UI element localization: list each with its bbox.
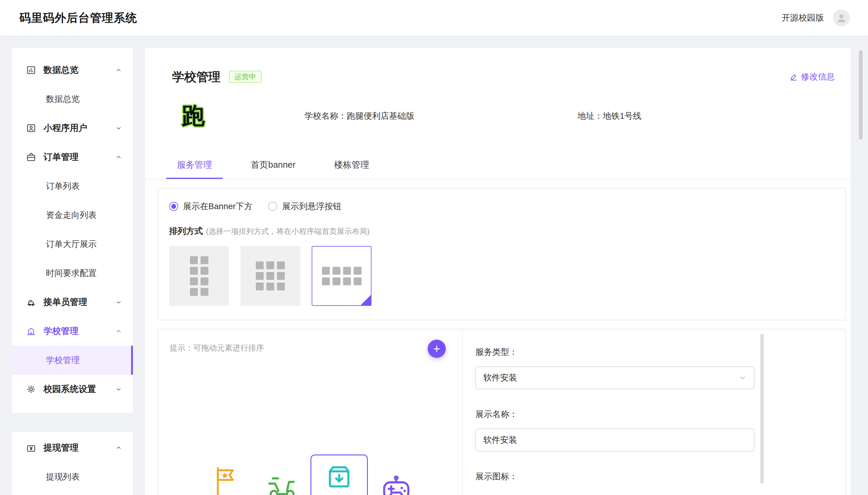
- chevron-up-icon: [116, 445, 122, 451]
- add-service-button[interactable]: +: [428, 340, 446, 358]
- radio-label[interactable]: 展示在Banner下方: [183, 201, 252, 212]
- top-header: 码里码外后台管理系统 开源校园版: [0, 0, 868, 36]
- radio-group-banner-below[interactable]: 展示在Banner下方: [169, 201, 252, 212]
- tab-home-banner[interactable]: 首页banner: [240, 159, 306, 179]
- sidebar-item-label: 学校管理: [43, 325, 116, 337]
- box-download-icon: [325, 463, 353, 491]
- sidebar-item-label: 小程序用户: [43, 122, 116, 134]
- content-area: 数据总览 数据总览 小程序用户 订单管理 订单列表: [0, 36, 868, 495]
- sidebar-item-data-overview[interactable]: 数据总览: [12, 56, 133, 85]
- person-icon: [835, 12, 848, 24]
- layout-options: [169, 246, 845, 306]
- main-panel: 学校管理 运营中 修改信息 跑 学校名称：跑腿便利店基础版 地址：地铁1号线 服…: [145, 48, 850, 495]
- arrange-mode-label: 排列方式: [169, 225, 203, 237]
- sidebar-item-withdraw-management[interactable]: 提现管理: [12, 433, 133, 462]
- delivery-truck-icon: [26, 297, 36, 307]
- sidebar-item-data-overview-sub[interactable]: 数据总览: [12, 85, 133, 114]
- miniprogram-users-icon: [26, 123, 36, 133]
- service-sort-panel: 提示：可拖动元素进行排序 +: [158, 329, 463, 495]
- sidebar-item-courier-management[interactable]: 接单员管理: [12, 288, 133, 317]
- sidebar-item-order-management[interactable]: 订单管理: [12, 143, 133, 172]
- chevron-down-icon: [116, 386, 122, 393]
- page-header: 学校管理 运营中 修改信息: [172, 48, 846, 85]
- form-scrollbar-thumb[interactable]: [760, 334, 764, 483]
- selected-service-card[interactable]: [311, 455, 368, 495]
- tab-building-management[interactable]: 楼栋管理: [323, 159, 380, 179]
- school-info-row: 跑 学校名称：跑腿便利店基础版 地址：地铁1号线: [179, 102, 846, 131]
- sidebar-item-order-list[interactable]: 订单列表: [12, 172, 133, 201]
- service-type-field: 服务类型： 软件安装: [475, 346, 845, 389]
- sidebar-subitem-label: 订单列表: [46, 181, 80, 192]
- layout-option-2x4[interactable]: [169, 246, 229, 306]
- display-position-radios: 展示在Banner下方 展示到悬浮按钮: [169, 201, 845, 212]
- main-scrollbar-thumb[interactable]: [859, 50, 863, 140]
- sidebar-withdraw-group: 提现管理 提现列表: [12, 432, 133, 495]
- sidebar-item-label: 接单员管理: [43, 296, 116, 308]
- sidebar-item-school-management[interactable]: 学校管理: [12, 317, 133, 346]
- display-name-field: 展示名称：: [475, 409, 845, 451]
- gear-icon: [26, 384, 36, 394]
- service-type-label: 服务类型：: [475, 346, 845, 358]
- service-icon-list: [211, 455, 412, 495]
- flag-star-icon[interactable]: [211, 465, 239, 495]
- chevron-up-icon: [116, 154, 122, 160]
- sidebar-item-school-management-sub[interactable]: 学校管理: [12, 346, 133, 375]
- display-icon-field: 展示图标：: [475, 471, 845, 482]
- edit-info-label: 修改信息: [801, 71, 835, 83]
- sidebar-item-time-requirement-config[interactable]: 时间要求配置: [12, 259, 133, 288]
- radio-label[interactable]: 展示到悬浮按钮: [282, 201, 341, 212]
- chevron-down-icon: [116, 299, 122, 306]
- school-logo: 跑: [179, 102, 208, 131]
- sidebar-item-label: 校园系统设置: [43, 383, 116, 395]
- briefcase-icon: [26, 152, 36, 162]
- chevron-down-icon: [739, 374, 747, 382]
- gamepad-icon[interactable]: [380, 472, 412, 495]
- sidebar-subitem-label: 提现列表: [46, 471, 80, 483]
- sidebar: 数据总览 数据总览 小程序用户 订单管理 订单列表: [12, 48, 133, 495]
- layout-option-3x3[interactable]: [241, 246, 300, 306]
- display-icon-label: 展示图标：: [475, 471, 845, 482]
- sidebar-subitem-label: 资金走向列表: [46, 209, 96, 221]
- tab-service-management[interactable]: 服务管理: [166, 159, 223, 179]
- display-name-input[interactable]: [475, 428, 755, 451]
- sidebar-subitem-label: 时间要求配置: [46, 268, 96, 279]
- display-name-label: 展示名称：: [475, 409, 845, 420]
- chevron-up-icon: [116, 67, 122, 73]
- edit-info-link[interactable]: 修改信息: [790, 71, 835, 83]
- sidebar-item-order-hall-display[interactable]: 订单大厅展示: [12, 230, 133, 259]
- layout-option-4x2-selected[interactable]: [312, 246, 371, 306]
- status-badge: 运营中: [229, 71, 262, 83]
- tab-divider: [145, 179, 850, 180]
- grid-4x2-icon: [322, 267, 361, 285]
- sidebar-subitem-label: 学校管理: [46, 355, 80, 366]
- drag-sort-hint: 提示：可拖动元素进行排序: [170, 343, 264, 353]
- sidebar-item-withdraw-list[interactable]: 提现列表: [12, 462, 133, 491]
- sidebar-item-miniprogram-users[interactable]: 小程序用户: [12, 114, 133, 143]
- radio-selected-icon[interactable]: [169, 202, 178, 211]
- service-type-value: 软件安装: [483, 372, 517, 383]
- radio-group-floating-button[interactable]: 展示到悬浮按钮: [268, 201, 341, 212]
- chevron-up-icon: [116, 328, 122, 335]
- sidebar-main-group: 数据总览 数据总览 小程序用户 订单管理 订单列表: [12, 48, 133, 413]
- service-edit-form: 服务类型： 软件安装 展示名称： 展示图标：: [463, 329, 845, 495]
- chevron-down-icon: [116, 125, 122, 132]
- delivery-scooter-icon[interactable]: [266, 471, 298, 495]
- school-name-text: 学校名称：跑腿便利店基础版: [304, 110, 414, 122]
- user-avatar[interactable]: [833, 10, 850, 26]
- tab-bar: 服务管理 首页banner 楼栋管理: [166, 159, 846, 179]
- sidebar-subitem-label: 数据总览: [46, 93, 80, 105]
- service-type-select[interactable]: 软件安装: [475, 366, 755, 389]
- sidebar-item-label: 订单管理: [43, 151, 116, 163]
- sidebar-item-fund-flow-list[interactable]: 资金走向列表: [12, 201, 133, 230]
- app-title: 码里码外后台管理系统: [19, 10, 137, 26]
- school-address-text: 地址：地铁1号线: [578, 110, 641, 122]
- sidebar-subitem-label: 订单大厅展示: [46, 238, 96, 250]
- radio-unselected-icon[interactable]: [268, 202, 277, 211]
- page-title: 学校管理: [172, 69, 220, 85]
- data-overview-icon: [26, 65, 36, 75]
- school-building-icon: [26, 326, 36, 336]
- sidebar-item-label: 数据总览: [43, 64, 116, 76]
- sidebar-item-campus-system-settings[interactable]: 校园系统设置: [12, 375, 133, 404]
- withdraw-money-icon: [26, 443, 36, 453]
- pencil-icon: [790, 72, 798, 81]
